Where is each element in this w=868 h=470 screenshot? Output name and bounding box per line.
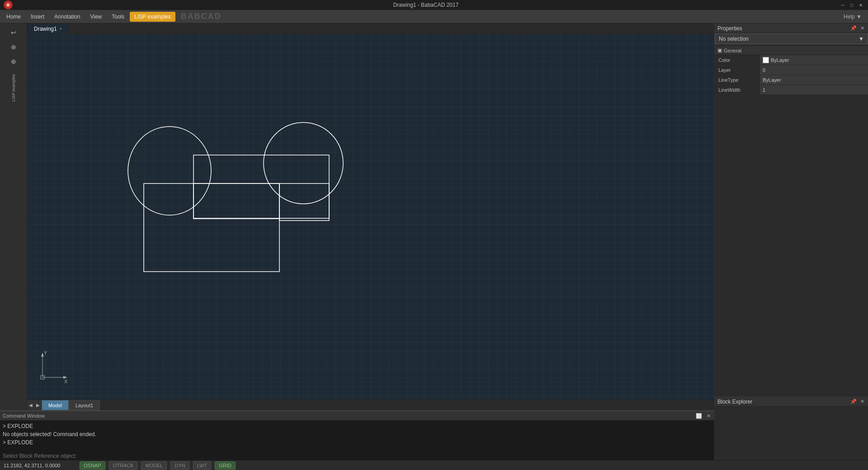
lwt-button[interactable]: LWT xyxy=(193,461,211,470)
general-section: ▣ General Color ByLayer Layer 0 LineType… xyxy=(715,44,868,97)
block-explorer-header: Block Explorer 📌 ✕ xyxy=(715,397,868,407)
prop-value-linewidth[interactable]: 1 xyxy=(760,85,868,94)
properties-close-icon[interactable]: ✕ xyxy=(859,25,865,31)
menu-item-annotation[interactable]: Annotation xyxy=(50,12,85,22)
block-explorer-close-icon[interactable]: ✕ xyxy=(859,399,865,404)
toolbar-label: LISP examples xyxy=(9,73,18,102)
otrack-button[interactable]: OTRACK xyxy=(109,461,138,470)
menu-item-home[interactable]: Home xyxy=(2,12,25,22)
model-button[interactable]: MODEL xyxy=(141,461,167,470)
minimize-button[interactable]: ─ xyxy=(839,1,846,9)
svg-point-0 xyxy=(128,127,211,215)
window-title: Drawing1 - BabaCAD 2017 xyxy=(13,2,839,8)
command-window-header: Command Window ⬜ ✕ xyxy=(0,411,714,420)
close-button[interactable]: ✕ xyxy=(857,1,864,9)
prop-row-linewidth: LineWidth 1 xyxy=(715,85,868,95)
block-explorer-pin-icon[interactable]: 📌 xyxy=(849,399,858,404)
svg-text:X: X xyxy=(64,379,68,384)
svg-point-1 xyxy=(264,122,343,204)
command-line-3: > EXPLODE xyxy=(3,438,712,446)
drawing-area[interactable]: Y X xyxy=(27,34,714,410)
selection-value: No selection xyxy=(719,36,749,42)
status-bar: 11.2182, 42.3711, 0.0000 OSNAP OTRACK MO… xyxy=(0,460,868,470)
right-panel: Properties 📌 ✕ No selection ▼ ▣ General … xyxy=(714,24,868,460)
command-output: > EXPLODE No objects selected! Command e… xyxy=(0,420,714,452)
menu-item-lisp[interactable]: LISP examples xyxy=(130,12,175,22)
prop-label-linewidth: LineWidth xyxy=(715,87,760,93)
tab-bar: Drawing1 × xyxy=(27,24,714,34)
toolbar-btn-circle[interactable]: ⊕ xyxy=(7,41,20,53)
title-bar: B Drawing1 - BabaCAD 2017 ─ □ ✕ xyxy=(0,0,868,10)
layout-tab-model[interactable]: Model xyxy=(42,400,69,410)
command-window-title: Command Window xyxy=(3,413,45,418)
command-window-close[interactable]: ✕ xyxy=(706,413,712,419)
toolbar-btn-3[interactable]: ⊕ xyxy=(7,55,20,68)
color-swatch xyxy=(763,57,769,63)
properties-title: Properties xyxy=(717,25,742,32)
toolbar: ↩ ⊕ ⊕ LISP examples xyxy=(0,24,27,420)
dropdown-chevron-icon: ▼ xyxy=(859,36,864,42)
command-line-1: > EXPLODE xyxy=(3,422,712,430)
prop-row-linetype: LineType ByLayer xyxy=(715,75,868,85)
toolbar-btn-undo[interactable]: ↩ xyxy=(7,26,20,39)
svg-text:Y: Y xyxy=(44,350,47,356)
drawing-canvas[interactable]: Y X xyxy=(27,34,714,410)
block-explorer-panel: Block Explorer 📌 ✕ xyxy=(715,397,868,460)
block-explorer-title: Block Explorer xyxy=(717,399,752,405)
prop-row-layer: Layer 0 xyxy=(715,65,868,75)
menu-bar: Home Insert Annotation View Tools LISP e… xyxy=(0,10,868,24)
nav-next[interactable]: ▶ xyxy=(34,400,42,411)
dyn-button[interactable]: DYN xyxy=(170,461,189,470)
prop-row-color: Color ByLayer xyxy=(715,55,868,65)
general-label: General xyxy=(724,48,741,53)
svg-rect-3 xyxy=(144,183,279,272)
command-input[interactable] xyxy=(3,453,712,459)
app-icon: B xyxy=(4,0,13,9)
help-menu[interactable]: Help ▼ xyxy=(839,12,866,22)
prop-value-color[interactable]: ByLayer xyxy=(760,55,868,65)
osnap-button[interactable]: OSNAP xyxy=(80,461,105,470)
block-explorer-content xyxy=(715,407,868,412)
coordinates: 11.2182, 42.3711, 0.0000 xyxy=(4,463,76,468)
svg-rect-2 xyxy=(193,155,329,218)
menu-item-insert[interactable]: Insert xyxy=(26,12,49,22)
layout-tab-layout1[interactable]: Layout1 xyxy=(69,400,100,410)
layout-tabs: ◀ ▶ Model Layout1 xyxy=(27,400,714,410)
prop-value-layer[interactable]: 0 xyxy=(760,65,868,75)
selection-dropdown[interactable]: No selection ▼ xyxy=(715,33,868,44)
command-line-2: No objects selected! Command ended. xyxy=(3,430,712,438)
svg-rect-4 xyxy=(279,183,329,221)
command-window: Command Window ⬜ ✕ > EXPLODE No objects … xyxy=(0,410,714,460)
prop-value-linetype[interactable]: ByLayer xyxy=(760,75,868,85)
tab-label: Drawing1 xyxy=(34,26,57,32)
command-input-row xyxy=(0,452,714,460)
cad-shapes xyxy=(27,34,714,410)
menu-item-tools[interactable]: Tools xyxy=(107,12,129,22)
nav-prev[interactable]: ◀ xyxy=(27,400,34,411)
prop-label-color: Color xyxy=(715,57,760,63)
properties-panel: Properties 📌 ✕ No selection ▼ ▣ General … xyxy=(715,24,868,397)
logo-text: BABCAD xyxy=(181,12,222,21)
properties-header: Properties 📌 ✕ xyxy=(715,24,868,33)
drawing-tab[interactable]: Drawing1 × xyxy=(27,24,69,34)
command-window-expand[interactable]: ⬜ xyxy=(695,413,703,419)
prop-label-layer: Layer xyxy=(715,67,760,73)
menu-item-view[interactable]: View xyxy=(85,12,106,22)
prop-label-linetype: LineType xyxy=(715,77,760,83)
grid-button[interactable]: GRID xyxy=(215,461,236,470)
restore-button[interactable]: □ xyxy=(848,1,855,9)
close-tab-icon[interactable]: × xyxy=(60,27,62,31)
general-section-header[interactable]: ▣ General xyxy=(715,46,868,55)
svg-rect-5 xyxy=(193,183,279,219)
color-value: ByLayer xyxy=(771,57,789,63)
properties-pin-icon[interactable]: 📌 xyxy=(849,25,858,31)
axis-indicator: Y X xyxy=(33,350,69,388)
collapse-icon: ▣ xyxy=(717,47,722,53)
